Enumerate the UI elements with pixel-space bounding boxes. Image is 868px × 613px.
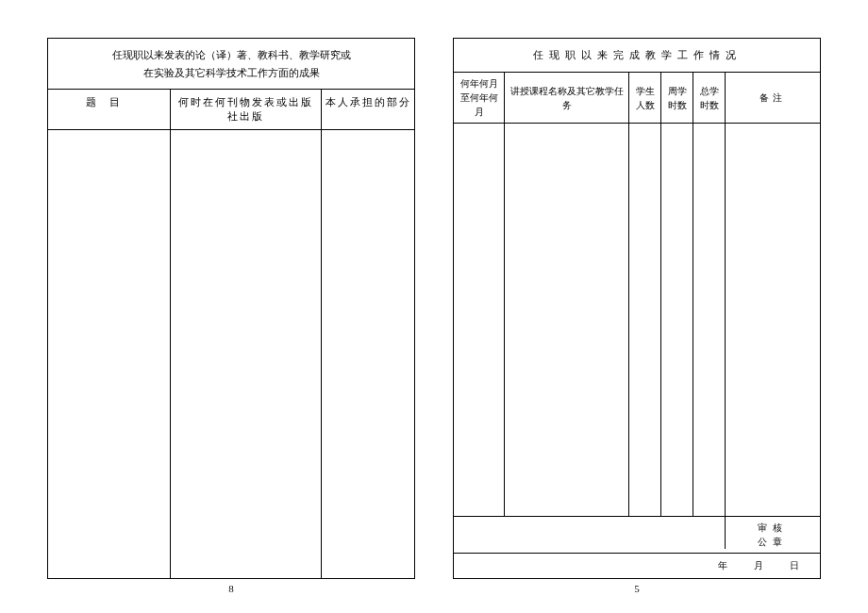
right-body-col4 — [661, 124, 693, 516]
right-body-col2 — [505, 124, 629, 516]
left-header-contribution: 本人承担的部分 — [322, 90, 414, 129]
date-month-label: 月 — [754, 559, 765, 572]
right-body-col6 — [726, 124, 820, 516]
right-footer-blank — [454, 517, 726, 549]
left-page-number: 8 — [47, 583, 415, 594]
right-footer-date-row: 年 月 日 — [454, 553, 820, 578]
left-headers-row: 题目 何时在何刊物发表或出版社出版 本人承担的部分 — [48, 90, 414, 130]
left-title-line1: 任现职以来发表的论（译）著、教科书、教学研究或 — [58, 46, 405, 64]
right-body-col3 — [629, 124, 661, 516]
right-page-number: 5 — [453, 583, 821, 594]
left-table: 任现职以来发表的论（译）著、教科书、教学研究或 在实验及其它科学技术工作方面的成… — [47, 38, 415, 579]
seal-line1: 审核 — [727, 521, 818, 535]
left-body-area — [48, 130, 414, 578]
right-table: 任现职以来完成教学工作情况 何年何月至何年何月 讲授课程名称及其它教学任务 学生… — [453, 38, 821, 579]
right-header-total-hours: 总学时数 — [693, 73, 726, 123]
right-header-course: 讲授课程名称及其它教学任务 — [505, 73, 629, 123]
right-body-col1 — [454, 124, 505, 516]
right-footer-seal-row: 审核 公章 — [454, 516, 820, 553]
right-body-col5 — [693, 124, 726, 516]
right-header-weekly-hours: 周学时数 — [661, 73, 693, 123]
date-day-label: 日 — [790, 559, 801, 572]
right-headers-row: 何年何月至何年何月 讲授课程名称及其它教学任务 学生人数 周学时数 总学时数 备… — [454, 73, 820, 124]
left-body-col1 — [48, 130, 171, 578]
right-header-period: 何年何月至何年何月 — [454, 73, 505, 123]
right-header-students: 学生人数 — [629, 73, 661, 123]
left-body-col2 — [171, 130, 322, 578]
right-title: 任现职以来完成教学工作情况 — [454, 39, 820, 73]
left-title-line2: 在实验及其它科学技术工作方面的成果 — [58, 64, 405, 82]
seal-line2: 公章 — [727, 535, 818, 549]
left-header-publication: 何时在何刊物发表或出版社出版 — [171, 90, 322, 129]
left-header-topic: 题目 — [48, 90, 171, 129]
right-body-area — [454, 124, 820, 516]
page-left: 任现职以来发表的论（译）著、教科书、教学研究或 在实验及其它科学技术工作方面的成… — [47, 38, 415, 594]
right-footer-seal-text: 审核 公章 — [726, 517, 820, 553]
page-right: 任现职以来完成教学工作情况 何年何月至何年何月 讲授课程名称及其它教学任务 学生… — [453, 38, 821, 594]
date-year-label: 年 — [718, 559, 729, 572]
left-body-col3 — [322, 130, 414, 578]
right-header-remark: 备注 — [726, 73, 820, 123]
left-title-block: 任现职以来发表的论（译）著、教科书、教学研究或 在实验及其它科学技术工作方面的成… — [48, 39, 414, 90]
